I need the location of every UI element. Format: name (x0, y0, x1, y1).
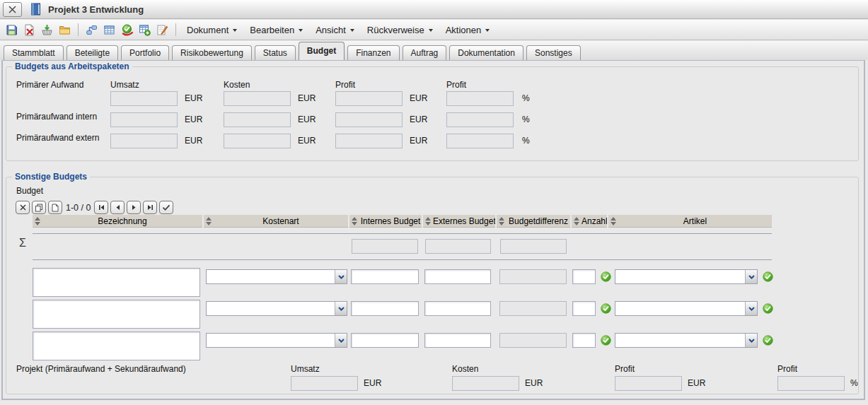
bezeichnung-textarea[interactable] (33, 331, 200, 360)
open-folder-button[interactable] (56, 21, 74, 38)
menu-aktionen[interactable]: Aktionen (439, 21, 497, 38)
divider (33, 259, 772, 260)
anzahl-input[interactable] (572, 301, 596, 316)
save-icon (6, 24, 18, 36)
divider (33, 233, 772, 234)
anzahl-input[interactable] (572, 269, 596, 284)
unit-label: EUR (185, 136, 202, 146)
table-view-button[interactable] (100, 21, 118, 38)
menu-dokument[interactable]: Dokument (180, 21, 243, 38)
internes-budget-input[interactable] (351, 301, 419, 316)
chevron-down-icon (299, 29, 303, 32)
tab-budget[interactable]: Budget (299, 42, 345, 60)
externes-budget-input[interactable] (424, 269, 491, 284)
column-internes-budget[interactable]: Internes Budget (349, 215, 422, 228)
externes-budget-input[interactable] (424, 333, 491, 348)
internes-budget-input[interactable] (351, 269, 419, 284)
tab-finanzen[interactable]: Finanzen (347, 45, 399, 60)
next-page-button[interactable] (127, 201, 141, 214)
tab-dokumentation[interactable]: Dokumentation (449, 45, 523, 60)
totals-profit-label: Profit (615, 364, 635, 374)
new-document-icon (51, 204, 59, 212)
section-legend: Sonstige Budgets (12, 172, 90, 182)
row-label: Primäraufwand intern (16, 112, 97, 122)
approve-button[interactable] (118, 21, 136, 38)
totals-kosten-field (452, 376, 519, 391)
edit-button[interactable] (154, 21, 171, 38)
column-externes-budget[interactable]: Externes Budget (423, 215, 495, 228)
kostenart-select[interactable] (206, 333, 347, 348)
sort-icon (206, 217, 212, 225)
edit-icon (156, 24, 168, 36)
menu-ansicht[interactable]: Ansicht (309, 21, 361, 38)
sort-icon (352, 217, 357, 225)
bezeichnung-textarea[interactable] (33, 300, 200, 329)
field-intern-profit (335, 112, 403, 127)
artikel-confirm-button[interactable] (763, 303, 773, 314)
chevron-down-icon (429, 29, 433, 32)
menu-bearbeiten[interactable]: Bearbeiten (243, 21, 309, 38)
tab-auftrag[interactable]: Auftrag (403, 45, 447, 60)
artikel-confirm-button[interactable] (763, 271, 773, 282)
field-extern-umsatz (110, 134, 178, 148)
unit-label: % (522, 93, 530, 103)
toolbar-separator (78, 23, 79, 36)
artikel-select[interactable] (615, 333, 758, 348)
tab-risikobewertung[interactable]: Risikobewertung (172, 45, 252, 60)
previous-icon (114, 204, 122, 211)
bezeichnung-textarea[interactable] (33, 268, 200, 297)
artikel-select[interactable] (615, 269, 758, 284)
project-totals-label: Projekt (Primäraufwand + Sekundäraufwand… (16, 364, 186, 374)
anzahl-input[interactable] (572, 333, 596, 348)
ok-icon (601, 271, 611, 282)
delete-document-button[interactable] (21, 21, 38, 38)
delete-row-button[interactable] (16, 201, 30, 214)
column-kostenart[interactable]: Kostenart (204, 215, 348, 228)
import-button[interactable] (38, 21, 56, 38)
row-label: Primäraufwand extern (16, 133, 99, 143)
totals-profit-pct-field (777, 376, 845, 391)
unit-label: EUR (688, 378, 705, 388)
previous-page-button[interactable] (110, 201, 125, 214)
menu-rueckverweise[interactable]: Rückverweise (361, 21, 439, 38)
unit-label: EUR (364, 378, 381, 388)
structure-button[interactable] (83, 21, 100, 38)
tab-sonstiges[interactable]: Sonstiges (526, 45, 581, 60)
column-artikel[interactable]: Artikel (608, 215, 772, 228)
first-page-button[interactable] (94, 201, 108, 214)
artikel-confirm-button[interactable] (763, 335, 773, 346)
field-primaer-profit-pct (446, 91, 514, 106)
delete-document-icon (23, 24, 35, 36)
last-page-button[interactable] (143, 201, 157, 214)
close-button[interactable] (3, 2, 22, 17)
copy-row-button[interactable] (32, 201, 46, 214)
save-button[interactable] (3, 21, 21, 38)
tab-status[interactable]: Status (255, 45, 296, 60)
anzahl-confirm-button[interactable] (601, 303, 611, 314)
chevron-down-icon (350, 29, 354, 32)
sort-icon (499, 217, 504, 225)
kostenart-select[interactable] (206, 269, 347, 284)
field-primaer-kosten (224, 91, 291, 106)
artikel-select[interactable] (615, 301, 758, 316)
column-anzahl[interactable]: Anzahl (572, 215, 607, 228)
anzahl-confirm-button[interactable] (601, 271, 611, 282)
unit-label: EUR (410, 136, 427, 146)
internes-budget-input[interactable] (351, 333, 419, 348)
totals-kosten-label: Kosten (452, 364, 478, 374)
apply-button[interactable] (159, 201, 173, 214)
field-intern-kosten (224, 112, 291, 127)
table-add-button[interactable] (136, 21, 154, 38)
tab-stammblatt[interactable]: Stammblatt (4, 45, 64, 60)
column-bezeichnung[interactable]: Bezeichnung (33, 215, 202, 228)
unit-label: EUR (525, 378, 543, 388)
column-budgetdifferenz[interactable]: Budgetdifferenz (497, 215, 570, 228)
kostenart-select[interactable] (206, 301, 347, 316)
tab-beteiligte[interactable]: Beteiligte (66, 45, 118, 60)
tab-portfolio[interactable]: Portfolio (121, 45, 169, 60)
anzahl-confirm-button[interactable] (601, 335, 611, 346)
ok-icon (763, 271, 773, 282)
externes-budget-input[interactable] (424, 301, 491, 316)
unit-label: % (522, 136, 530, 146)
new-row-button[interactable] (48, 201, 62, 214)
